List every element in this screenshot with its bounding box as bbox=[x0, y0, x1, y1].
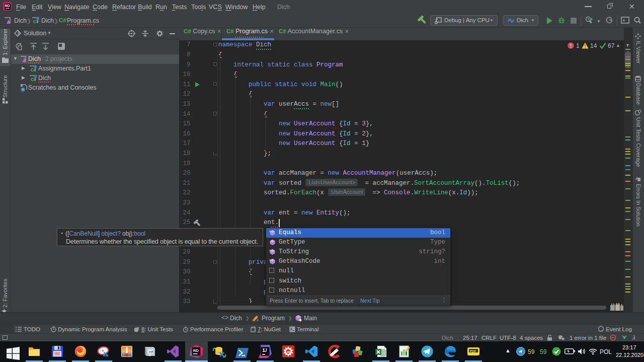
svg-text:PDF: PDF bbox=[470, 349, 476, 353]
svg-text:v: v bbox=[269, 230, 271, 233]
svg-text:v: v bbox=[269, 249, 271, 252]
svg-text:v: v bbox=[269, 258, 271, 261]
svg-text:C#: C# bbox=[33, 19, 39, 24]
svg-text:JB: JB bbox=[287, 350, 291, 353]
svg-text:C#: C# bbox=[31, 77, 36, 82]
svg-text:RD: RD bbox=[193, 348, 199, 353]
svg-text:C#: C# bbox=[31, 67, 36, 73]
